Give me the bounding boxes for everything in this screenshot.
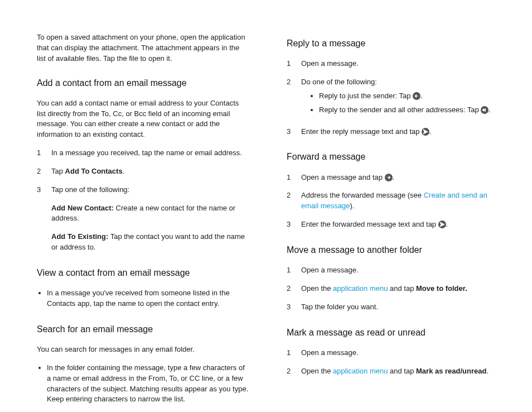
left-column: To open a saved attachment on your phone… — [37, 32, 249, 408]
step-text: Enter the forwarded message text and tap — [301, 220, 438, 228]
view-contact-list: In a message you've received from someon… — [37, 288, 249, 309]
step-number: 1 — [287, 173, 301, 183]
list-item: 3 Enter the reply message text and tap . — [287, 127, 499, 137]
forward-steps: 1 Open a message and tap . 2 Address the… — [287, 173, 499, 230]
step-body: Enter the forwarded message text and tap… — [301, 219, 499, 230]
bold-text: Mark as read/unread — [416, 367, 486, 375]
step-text: Open a message and tap — [301, 173, 385, 181]
list-item: 2 Open the application menu and tap Mark… — [287, 366, 499, 377]
reply-sub-list: Reply to just the sender: Tap . Reply to… — [309, 91, 499, 116]
reply-steps: 1 Open a message. 2 Do one of the follow… — [287, 59, 499, 137]
step-number: 1 — [287, 59, 301, 69]
list-item: Reply to the sender and all other addres… — [319, 105, 499, 116]
step-number: 2 — [287, 284, 301, 294]
step-body: Tap one of the following: Add New Contac… — [51, 185, 249, 253]
step-body: Open the application menu and tap Move t… — [301, 284, 499, 294]
option-paragraph: Add New Contact: Create a new contact fo… — [51, 203, 249, 224]
step-number: 2 — [287, 366, 301, 377]
step-text: . — [123, 167, 125, 175]
step-number: 3 — [287, 302, 301, 313]
step-body: Open a message and tap . — [301, 173, 499, 183]
step-number: 2 — [287, 77, 301, 119]
step-body: In a message you received, tap the name … — [51, 148, 249, 159]
heading-reply: Reply to a message — [287, 37, 499, 50]
bold-text: Add New Contact: — [51, 204, 114, 212]
list-item: 3 Tap one of the following: Add New Cont… — [37, 185, 249, 253]
step-number: 3 — [37, 185, 51, 253]
forward-icon — [385, 174, 393, 181]
step-body: Open a message. — [301, 348, 499, 358]
search-desc: You can search for messages in any email… — [37, 344, 249, 355]
send-icon — [422, 128, 429, 136]
heading-search: Search for an email message — [37, 323, 249, 336]
bold-text: Add To Existing: — [51, 232, 108, 241]
step-body: Tap Add To Contacts. — [51, 166, 249, 177]
list-item: In a message you've received from someon… — [47, 288, 249, 309]
sub-text: Reply to the sender and all other addres… — [319, 106, 481, 114]
step-text: . — [486, 367, 489, 375]
send-icon — [438, 221, 446, 228]
sub-text: . — [489, 106, 491, 114]
page: To open a saved attachment on your phone… — [0, 0, 532, 412]
list-item: 2 Tap Add To Contacts. — [37, 166, 249, 177]
step-text: Tap — [51, 167, 65, 175]
step-text: . — [429, 127, 432, 136]
step-body: Enter the reply message text and tap . — [301, 127, 499, 137]
add-contact-steps: 1 In a message you received, tap the nam… — [37, 148, 249, 253]
list-item: 2 Open the application menu and tap Move… — [287, 284, 499, 294]
step-body: Do one of the following: Reply to just t… — [301, 77, 499, 119]
sub-text: Reply to just the sender: Tap — [319, 92, 413, 100]
move-steps: 1 Open a message. 2 Open the application… — [287, 265, 499, 313]
step-number: 1 — [37, 148, 51, 159]
step-number: 2 — [287, 190, 301, 212]
mark-steps: 1 Open a message. 2 Open the application… — [287, 348, 499, 377]
bold-text: Add To Contacts — [65, 167, 123, 175]
search-list: In the folder containing the message, ty… — [37, 363, 249, 405]
list-item: 2 Address the forwarded message (see Cre… — [287, 190, 499, 212]
intro-text: To open a saved attachment on your phone… — [37, 32, 249, 64]
step-text: Tap one of the following: — [51, 185, 129, 194]
step-body: Open the application menu and tap Mark a… — [301, 366, 499, 377]
list-item: 1 Open a message. — [287, 348, 499, 358]
step-text: Address the forwarded message (see — [301, 191, 424, 199]
list-item: 1 In a message you received, tap the nam… — [37, 148, 249, 159]
sub-text: . — [420, 92, 423, 100]
step-text: and tap — [388, 284, 416, 293]
list-item: 3 Enter the forwarded message text and t… — [287, 219, 499, 230]
step-number: 1 — [287, 348, 301, 358]
reply-icon — [413, 92, 420, 100]
step-number: 2 — [37, 166, 51, 177]
step-text: Enter the reply message text and tap — [301, 127, 422, 136]
link-application-menu[interactable]: application menu — [333, 367, 388, 375]
step-text: Open the — [301, 284, 333, 293]
step-body: Address the forwarded message (see Creat… — [301, 190, 499, 212]
step-number: 3 — [287, 219, 301, 230]
step-body: Open a message. — [301, 59, 499, 69]
step-text: Do one of the following: — [301, 78, 377, 86]
svg-marker-0 — [423, 130, 428, 134]
reply-all-icon — [481, 106, 489, 114]
list-item: 3 Tap the folder you want. — [287, 302, 499, 313]
list-item: Reply to just the sender: Tap . — [319, 91, 499, 102]
list-item: In the folder containing the message, ty… — [47, 363, 249, 405]
bold-text: Move to folder. — [416, 284, 467, 293]
right-column: Reply to a message 1 Open a message. 2 D… — [287, 32, 499, 408]
content-columns: To open a saved attachment on your phone… — [37, 32, 499, 408]
step-body: Tap the folder you want. — [301, 302, 499, 313]
heading-add-contact: Add a contact from an email message — [37, 76, 249, 89]
heading-view-contact: View a contact from an email message — [37, 266, 249, 279]
add-contact-desc: You can add a contact name or email addr… — [37, 98, 249, 140]
step-text: . — [446, 220, 448, 228]
option-paragraph: Add To Existing: Tap the contact you wan… — [51, 232, 249, 253]
list-item: 1 Open a message and tap . — [287, 173, 499, 183]
list-item: 1 Open a message. — [287, 265, 499, 276]
heading-mark: Mark a message as read or unread — [287, 326, 499, 339]
link-application-menu[interactable]: application menu — [333, 284, 388, 293]
step-text: . — [393, 173, 395, 181]
step-body: Open a message. — [301, 265, 499, 276]
step-text: Open the — [301, 367, 333, 375]
step-number: 1 — [287, 265, 301, 276]
svg-marker-1 — [440, 222, 444, 227]
step-text: ). — [350, 202, 354, 210]
heading-move: Move a message to another folder — [287, 243, 499, 256]
